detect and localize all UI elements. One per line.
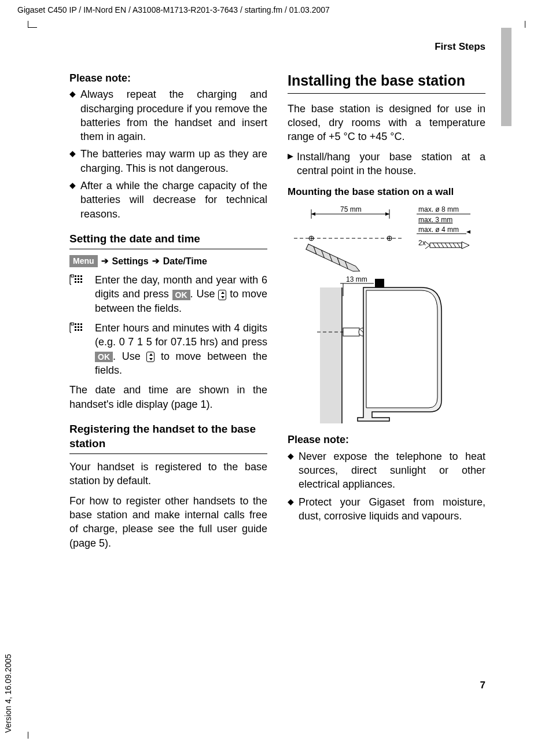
mounting-diagram: 75 mm max. ø 8 mm max. 3 mm max. ø 4 mm …	[288, 204, 485, 429]
page-edge-shadow	[501, 28, 511, 126]
heading-mounting: Mounting the base station on a wall	[288, 186, 485, 199]
instruction-text: . Use	[190, 288, 219, 300]
instruction-row: Enter the day, month and year with 6 dig…	[69, 273, 267, 315]
svg-rect-0	[75, 275, 76, 277]
svg-rect-4	[78, 278, 79, 280]
svg-rect-7	[78, 281, 79, 283]
svg-rect-37	[320, 287, 342, 423]
ok-pill: OK	[172, 290, 190, 300]
svg-rect-9	[75, 323, 76, 325]
label-count: 2x	[418, 239, 426, 247]
nav-icon	[218, 290, 226, 300]
please-note-heading: Please note:	[69, 71, 267, 85]
register-p1: Your handset is registered to the base s…	[69, 460, 267, 488]
svg-rect-17	[80, 329, 82, 331]
heading-register: Registering the handset to the base stat…	[69, 422, 267, 454]
svg-rect-11	[80, 323, 82, 325]
note-item: The batteries may warm up as they are ch…	[69, 147, 267, 175]
menu-step: Date/Time	[163, 255, 207, 268]
note-item: Always repeat the charging and dischargi…	[69, 87, 267, 143]
svg-marker-25	[466, 230, 470, 234]
note-item: Protect your Gigaset from moisture, dust…	[288, 495, 485, 523]
crop-mark	[525, 21, 525, 28]
svg-rect-5	[80, 278, 82, 280]
svg-rect-10	[78, 323, 79, 325]
svg-rect-16	[78, 329, 79, 331]
menu-pill: Menu	[69, 255, 98, 267]
note-item: Never expose the telephone to heat sourc…	[288, 449, 485, 492]
please-note-heading: Please note:	[288, 433, 485, 447]
label-spacing: 75 mm	[340, 205, 362, 213]
install-step: Install/hang your base station at a cent…	[288, 150, 485, 178]
menu-step: Settings	[112, 255, 149, 268]
label-drop: 13 mm	[346, 275, 367, 283]
keypad-icon	[69, 273, 84, 315]
left-column: Please note: Always repeat the charging …	[69, 71, 267, 556]
note-list: Always repeat the charging and dischargi…	[69, 87, 267, 221]
install-intro: The base station is designed for use in …	[288, 102, 485, 144]
page-number: 7	[480, 679, 485, 692]
heading-setting-datetime: Setting the date and time	[69, 231, 267, 249]
svg-marker-20	[385, 212, 389, 216]
svg-rect-3	[75, 278, 76, 280]
datetime-footer: The date and time are shown in the hands…	[69, 383, 267, 411]
register-p2: For how to register other handsets to th…	[69, 494, 267, 550]
svg-rect-8	[80, 281, 82, 283]
instruction-text: . Use	[113, 351, 146, 362]
crop-mark	[28, 732, 28, 739]
keypad-icon	[69, 321, 84, 377]
arrow-icon: ➔	[101, 255, 109, 267]
label-maxdepth: max. 3 mm	[418, 216, 452, 224]
svg-marker-19	[311, 212, 315, 216]
header-path: Gigaset C450 IP / IM-Nord EN / A31008-M1…	[17, 5, 330, 16]
svg-rect-6	[75, 281, 76, 283]
label-maxscrew: max. ø 4 mm	[418, 226, 459, 234]
note-list: Never expose the telephone to heat sourc…	[288, 449, 485, 523]
heading-installing: Installing the base station	[288, 71, 485, 94]
instruction-text: Enter hours and minutes with 4 digits (e…	[95, 322, 267, 348]
menu-path: Menu ➔ Settings ➔ Date/Time	[69, 255, 267, 268]
svg-rect-40	[343, 328, 359, 336]
svg-rect-15	[75, 329, 76, 331]
svg-rect-13	[78, 326, 79, 328]
svg-rect-14	[80, 326, 82, 328]
nav-icon	[146, 352, 154, 362]
install-steps: Install/hang your base station at a cent…	[288, 150, 485, 178]
ok-pill: OK	[95, 352, 113, 362]
arrow-icon: ➔	[152, 255, 160, 267]
right-column: Installing the base station The base sta…	[288, 71, 485, 556]
crop-mark	[28, 21, 37, 28]
section-header: First Steps	[69, 40, 485, 54]
label-maxhole: max. ø 8 mm	[418, 205, 459, 213]
svg-rect-2	[80, 275, 82, 277]
svg-rect-12	[75, 326, 76, 328]
version-label: Version 4, 16.09.2005	[3, 654, 14, 733]
instruction-row: Enter hours and minutes with 4 digits (e…	[69, 321, 267, 377]
svg-rect-1	[78, 275, 79, 277]
note-item: After a while the charge capacity of the…	[69, 179, 267, 221]
